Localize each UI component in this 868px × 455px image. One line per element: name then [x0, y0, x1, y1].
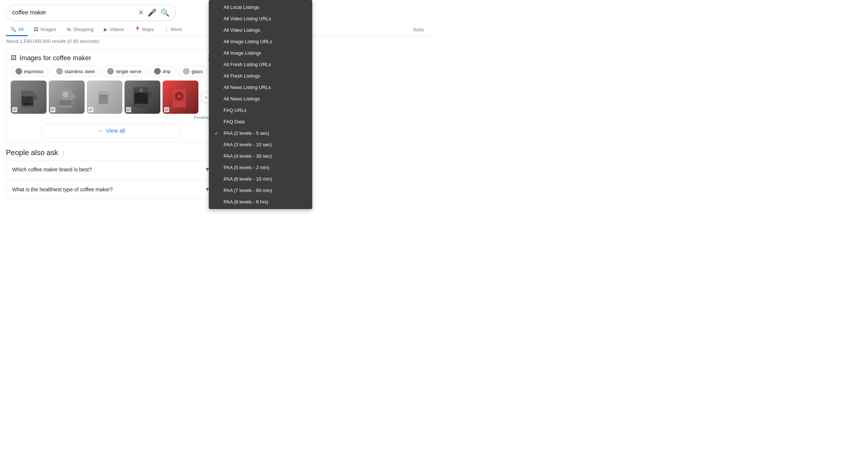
dropdown-item-label: PAA (8 levels - 6 hrs) — [224, 199, 268, 205]
svg-point-14 — [139, 88, 143, 92]
dropdown-item-label: PAA (4 levels - 30 sec) — [224, 153, 272, 159]
paa-header: People also ask ⋮ — [6, 148, 217, 157]
checkmark-icon: ✓ — [215, 131, 221, 136]
tab-all[interactable]: 🔍 All — [6, 24, 28, 36]
svg-rect-13 — [135, 93, 148, 104]
tab-images[interactable]: 🖼 Images — [29, 24, 61, 36]
tab-maps-icon: 📍 — [135, 27, 140, 32]
dropdown-item[interactable]: PAA (3 levels - 10 sec) — [209, 139, 312, 150]
tab-all-label: All — [18, 27, 23, 32]
dropdown-item[interactable]: FAQ URLs — [209, 105, 312, 116]
chip-single-serve-label: single serve — [116, 69, 141, 74]
tab-videos-icon: ▶ — [104, 27, 108, 32]
dropdown-item-label: All Local Listings — [224, 4, 259, 10]
dropdown-item[interactable]: All Image Listing URLs — [209, 36, 312, 47]
mic-icon[interactable]: 🎤 — [147, 8, 157, 17]
dropdown-item-label: All Image Listings — [224, 50, 261, 56]
chip-glass[interactable]: glass — [178, 66, 207, 77]
dropdown-item-label: PAA (3 levels - 10 sec) — [224, 142, 272, 147]
paa-question-1: Which coffee maker brand is best? — [12, 167, 92, 172]
image-tag-4: 🏷 — [126, 107, 131, 112]
image-tag-1: 🏷 — [12, 107, 17, 112]
image-item-3[interactable]: 🏷 — [87, 81, 123, 114]
left-panel: 🖼 Images for coffee maker ⋮ espresso sta… — [6, 46, 217, 201]
filter-chips: espresso stainless steel single serve dr… — [11, 66, 212, 77]
dropdown-item[interactable]: PAA (5 levels - 2 min) — [209, 162, 312, 173]
svg-rect-6 — [59, 100, 72, 106]
tab-images-icon: 🖼 — [34, 27, 38, 32]
dropdown-item[interactable]: All Video Listings — [209, 24, 312, 36]
search-submit-icon[interactable]: 🔍 — [160, 8, 170, 17]
dropdown-item[interactable]: All Local Listings — [209, 1, 312, 13]
dropdown-item-label: All News Listing URLs — [224, 85, 271, 90]
dropdown-item[interactable]: PAA (6 levels - 10 min) — [209, 173, 312, 185]
dropdown-item[interactable]: All Fresh Listings — [209, 70, 312, 82]
svg-rect-2 — [34, 95, 37, 100]
chip-drip[interactable]: drip — [149, 66, 176, 77]
dropdown-item[interactable]: PAA (7 levels - 60 min) — [209, 185, 312, 196]
dropdown-item[interactable]: All News Listings — [209, 93, 312, 105]
chip-espresso[interactable]: espresso — [11, 66, 48, 77]
dropdown-menu: All Local Listings All Video Listing URL… — [209, 0, 312, 209]
feedback-text: Feedback — [11, 115, 212, 120]
paa-item-2[interactable]: What is the healthiest type of coffee ma… — [6, 181, 217, 198]
tab-more-label: More — [171, 27, 182, 32]
image-tag-5: 🏷 — [164, 107, 169, 112]
svg-point-5 — [62, 92, 68, 98]
view-all-button[interactable]: → View all — [41, 123, 181, 138]
chip-single-serve[interactable]: single serve — [102, 66, 146, 77]
tab-shopping[interactable]: 🛍 Shopping — [62, 24, 98, 36]
image-item-4[interactable]: 🏷 — [125, 81, 160, 114]
image-item-1[interactable]: 🏷 — [11, 81, 47, 114]
chip-stainless-steel[interactable]: stainless steel — [51, 66, 100, 77]
clear-icon[interactable]: ✕ — [138, 8, 144, 17]
tools-button[interactable]: Tools — [408, 24, 428, 35]
dropdown-item-label: All Fresh Listings — [224, 73, 260, 79]
tab-maps-label: Maps — [142, 27, 154, 32]
paa-section: People also ask ⋮ Which coffee maker bra… — [6, 148, 217, 198]
image-tag-2: 🏷 — [50, 107, 55, 112]
dropdown-item[interactable]: FAQ Data — [209, 116, 312, 127]
tab-all-icon: 🔍 — [10, 27, 16, 32]
dropdown-item[interactable]: PAA (8 levels - 6 hrs) — [209, 196, 312, 208]
paa-item-1[interactable]: Which coffee maker brand is best? ▼ — [6, 161, 217, 178]
svg-rect-15 — [149, 92, 152, 98]
image-item-2[interactable]: 🏷 — [49, 81, 85, 114]
tab-maps[interactable]: 📍 Maps — [130, 24, 159, 36]
view-all-label: View all — [106, 127, 125, 134]
tab-shopping-icon: 🛍 — [67, 27, 71, 32]
view-all-arrow-icon: → — [98, 127, 103, 134]
dropdown-item[interactable]: PAA (4 levels - 30 sec) — [209, 150, 312, 162]
dropdown-item[interactable]: All Fresh Listing URLs — [209, 59, 312, 70]
dropdown-item-label: All Fresh Listing URLs — [224, 62, 271, 67]
dropdown-item[interactable]: All Image Listings — [209, 47, 312, 59]
svg-rect-7 — [72, 94, 75, 99]
search-input[interactable]: coffee maker — [12, 9, 135, 16]
svg-rect-10 — [99, 95, 108, 104]
tab-videos[interactable]: ▶ Videos — [99, 24, 129, 36]
search-bar: coffee maker ✕ 🎤 🔍 — [6, 4, 176, 21]
dropdown-item[interactable]: ✓PAA (2 levels - 5 sec) — [209, 127, 312, 139]
dropdown-item-label: All Image Listing URLs — [224, 39, 272, 44]
paa-menu-icon[interactable]: ⋮ — [61, 150, 66, 156]
tab-videos-label: Videos — [109, 27, 124, 32]
dropdown-item-label: PAA (2 levels - 5 sec) — [224, 130, 269, 136]
images-header: 🖼 Images for coffee maker ⋮ — [11, 54, 212, 62]
dropdown-item-label: All Video Listing URLs — [224, 16, 271, 21]
svg-point-19 — [177, 95, 181, 98]
dropdown-item[interactable]: All Video Listing URLs — [209, 13, 312, 24]
chip-stainless-label: stainless steel — [65, 69, 95, 74]
search-bar-icons: ✕ 🎤 🔍 — [138, 8, 170, 17]
images-section-title: Images for coffee maker — [20, 54, 91, 62]
dropdown-item-label: PAA (5 levels - 2 min) — [224, 165, 269, 170]
paa-question-2: What is the healthiest type of coffee ma… — [12, 187, 113, 192]
tab-shopping-label: Shopping — [73, 27, 93, 32]
chip-drip-label: drip — [163, 69, 171, 74]
tab-more[interactable]: ⋮ More — [160, 24, 186, 36]
chip-glass-label: glass — [191, 69, 202, 74]
image-item-5[interactable]: 🏷 — [163, 81, 198, 114]
image-grid: 🏷 🏷 — [11, 81, 198, 114]
dropdown-item-label: PAA (7 levels - 60 min) — [224, 188, 272, 193]
svg-rect-11 — [109, 93, 111, 97]
dropdown-item[interactable]: All News Listing URLs — [209, 82, 312, 93]
